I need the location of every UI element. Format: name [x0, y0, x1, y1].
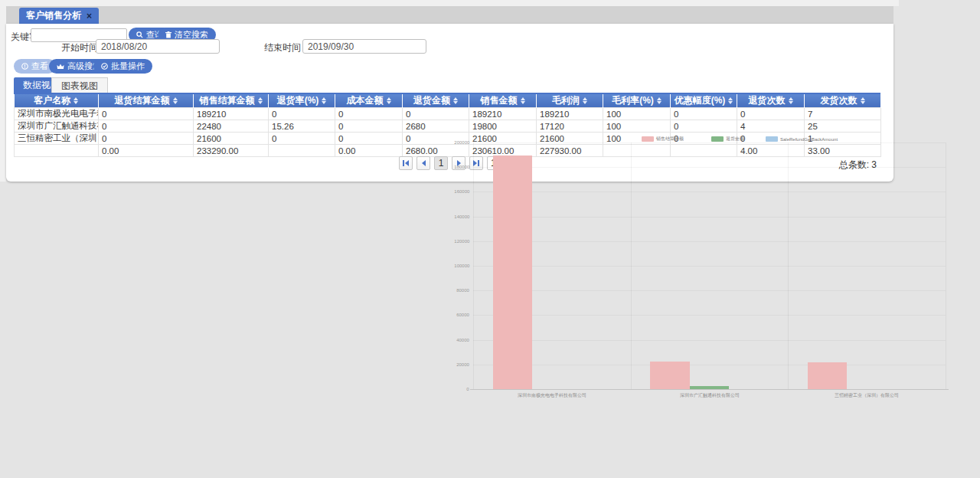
check-circle-icon	[101, 63, 108, 70]
column-header[interactable]: 成本金额	[335, 94, 403, 108]
table-cell: 三恒精密工业（深圳）有限公司	[15, 133, 99, 145]
x-axis-label: 深圳市广汇触通科技有限公司	[673, 392, 746, 398]
trash-icon	[165, 31, 172, 38]
sort-icon[interactable]	[258, 97, 263, 104]
table-cell: 21600	[469, 133, 537, 145]
table-cell: 0.00	[99, 145, 194, 157]
y-axis-label: 100000	[454, 263, 469, 268]
column-header[interactable]: 优惠幅度(%)	[671, 94, 737, 108]
window-margin	[0, 6, 6, 182]
table-cell: 深圳市广汇触通科技有限公司	[15, 120, 99, 133]
column-header[interactable]: 客户名称	[15, 94, 99, 108]
table-row[interactable]: 深圳市广汇触通科技有限公司02248015.260268019800171201…	[15, 120, 881, 133]
last-page-button[interactable]	[469, 156, 483, 170]
gridline	[473, 266, 946, 267]
tab-title: 客户销售分析	[26, 9, 81, 22]
column-header[interactable]: 退货次数	[737, 94, 805, 108]
column-header[interactable]: 毛利率(%)	[603, 94, 671, 108]
next-page-icon	[457, 160, 461, 166]
table-cell: 0	[99, 108, 194, 120]
table-cell: 0	[671, 108, 737, 120]
sort-icon[interactable]	[728, 97, 733, 104]
tab-customer-sales-analysis[interactable]: 客户销售分析 ×	[19, 8, 99, 24]
table-cell: 0.00	[335, 145, 403, 157]
column-header[interactable]: 退货率(%)	[269, 94, 335, 108]
bar-refund-amount	[690, 386, 729, 389]
y-axis-label: 140000	[454, 214, 469, 219]
prev-page-icon	[422, 160, 426, 166]
table-cell: 100	[603, 133, 671, 145]
table-cell: 33.00	[805, 145, 881, 157]
table-cell: 25	[805, 120, 881, 133]
table-cell: 0	[737, 133, 805, 145]
column-header[interactable]: 退货金额	[403, 94, 469, 108]
gridline	[473, 340, 946, 341]
table-cell: 2680	[403, 120, 469, 133]
sort-icon[interactable]	[789, 97, 793, 104]
info-circle-icon	[21, 63, 28, 70]
tab-chart-view[interactable]: 图表视图	[51, 77, 108, 93]
table-cell: 189210	[469, 108, 537, 120]
column-header[interactable]: 销售结算金额	[194, 94, 269, 108]
sort-icon[interactable]	[453, 97, 458, 104]
sort-icon[interactable]	[173, 97, 178, 104]
total-count: 总条数: 3	[839, 159, 877, 172]
table-header-row: 客户名称退货结算金额销售结算金额退货率(%)成本金额退货金额销售金额毛利润毛利率…	[15, 94, 881, 108]
prev-page-button[interactable]	[416, 156, 430, 170]
sort-icon[interactable]	[657, 97, 662, 104]
table-cell: 230610.00	[469, 145, 537, 157]
sort-icon[interactable]	[74, 97, 78, 104]
search-icon	[136, 31, 143, 38]
table-cell: 0	[403, 133, 469, 145]
sort-icon[interactable]	[861, 97, 865, 104]
table-row[interactable]: 深圳市南极光电电子科技有限公司0189210000189210189210100…	[15, 108, 881, 120]
bar-sales-settle-amount	[493, 156, 532, 389]
first-page-button[interactable]	[399, 156, 413, 170]
table-cell: 233290.00	[194, 145, 269, 157]
window-margin	[0, 0, 899, 6]
table-cell: 189210	[194, 108, 269, 120]
page-size-select[interactable]: 10	[487, 156, 513, 170]
table-row[interactable]: 三恒精密工业（深圳）有限公司0216000002160021600100001	[15, 133, 881, 145]
gridline	[473, 192, 946, 192]
sort-icon[interactable]	[387, 97, 391, 104]
table-cell	[671, 145, 737, 157]
table-cell: 1	[805, 133, 881, 145]
table-cell: 22480	[194, 120, 269, 133]
table-cell: 0	[269, 133, 335, 145]
table-cell	[269, 145, 335, 157]
table-cell: 19800	[469, 120, 537, 133]
last-page-icon	[473, 160, 477, 166]
sort-icon[interactable]	[583, 97, 587, 104]
table-cell: 0	[335, 120, 403, 133]
sort-icon[interactable]	[322, 97, 326, 104]
start-time-input[interactable]	[96, 39, 220, 54]
gridline	[946, 142, 946, 389]
sort-icon[interactable]	[521, 97, 525, 104]
end-time-input[interactable]	[302, 39, 426, 54]
table-cell: 0	[269, 108, 335, 120]
gridline	[473, 290, 946, 291]
table-cell	[15, 145, 99, 157]
y-axis-label: 0	[467, 386, 469, 391]
table-cell: 15.26	[269, 120, 335, 133]
table-cell: 深圳市南极光电电子科技有限公司	[15, 108, 99, 120]
gridline	[473, 217, 946, 218]
column-header[interactable]: 发货次数	[805, 94, 881, 108]
next-page-button[interactable]	[452, 156, 466, 170]
pagination: 1 10	[399, 156, 513, 170]
chevron-down-icon	[503, 162, 509, 165]
y-axis-label: 160000	[454, 189, 469, 195]
close-icon[interactable]: ×	[87, 11, 92, 21]
table-cell: 2680.00	[403, 145, 469, 157]
batch-operation-button[interactable]: 批量操作	[93, 59, 152, 74]
column-header[interactable]: 销售金额	[469, 94, 537, 108]
table-cell	[603, 145, 671, 157]
table-cell: 21600	[194, 133, 269, 145]
gridline	[473, 315, 946, 316]
column-header[interactable]: 退货结算金额	[99, 94, 194, 108]
totals-row: 0.00233290.000.002680.00230610.00227930.…	[15, 145, 881, 157]
crown-icon	[57, 64, 64, 70]
column-header[interactable]: 毛利润	[537, 94, 603, 108]
current-page[interactable]: 1	[434, 156, 448, 170]
